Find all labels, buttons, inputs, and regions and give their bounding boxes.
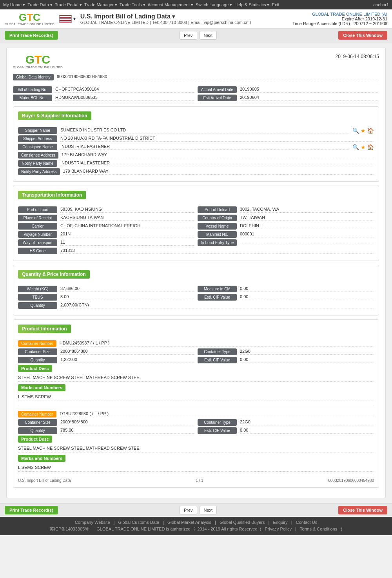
product-info-title-bar: Product Information <box>18 325 374 336</box>
port-row: Port of Load 58309, KAO HSIUNG Port of U… <box>18 206 374 213</box>
container-2-size-label: Container Size <box>18 419 57 426</box>
nav-switch-language[interactable]: Switch Language ▾ <box>196 2 232 7</box>
next-button-top[interactable]: Next <box>200 31 217 40</box>
buyer-supplier-section: Buyer & Supplier Information Shipper Nam… <box>13 106 379 182</box>
global-data-identity-value: 600320190606000454980 <box>57 74 379 80</box>
port-of-unload-value: 3002, TACOMA, WA <box>240 207 374 213</box>
close-button-top[interactable]: Close This Window <box>338 31 387 40</box>
container-1-qty-label: Quantity <box>18 357 57 363</box>
user-time-range: Time Range Accessible (LDR) : 200712 ~ 2… <box>292 21 387 26</box>
consignee-action-icons: 🔍 ★ 🏠 <box>352 144 374 150</box>
flag-area: ▾ <box>59 15 76 23</box>
voyage-left: Voyage Number 201N <box>18 231 194 238</box>
container-1-marks-btn[interactable]: Marks and Numbers <box>18 384 65 391</box>
port-of-unload-label: Port of Unload <box>198 206 237 213</box>
nav-my-home[interactable]: My Home ▾ <box>3 2 25 7</box>
next-button-bottom[interactable]: Next <box>200 506 217 514</box>
prev-button-top[interactable]: Prev <box>180 31 197 40</box>
footer-terms-conditions[interactable]: Terms & Conditions <box>300 527 337 531</box>
consignee-address-row: Consignee Address 179 BLANCHARD WAY <box>18 152 374 159</box>
container-1-qty-cif-row: Quantity 1,222.00 Esti. CIF Value 0.00 <box>18 357 374 363</box>
card-logo-label: GLOBAL TRADE ONLINE LIMITED <box>13 66 63 69</box>
master-bol-row: Mater BOL No. HDMUKAWB0836533 Esti Arriv… <box>13 95 379 101</box>
quantity-value: 2,007.00(CTN) <box>60 303 374 308</box>
footer-company-website[interactable]: Company Website <box>75 520 110 525</box>
container-2-size-value: 2000*806*800 <box>60 419 194 425</box>
weight-left: Weight (KG) 37,686.00 <box>18 286 194 292</box>
footer-global-customs[interactable]: Global Customs Data <box>118 520 160 525</box>
master-bol-right: Esti Arrival Date 20190604 <box>198 95 379 101</box>
country-of-origin-value: TW, TAIWAN <box>240 215 374 221</box>
manifest-no-label: Manifest No. <box>198 231 237 238</box>
container-2-marks-btn[interactable]: Marks and Numbers <box>18 455 65 462</box>
quantity-price-title-bar: Quantity & Price Information <box>18 270 374 282</box>
container-2-product-desc-btn[interactable]: Product Desc <box>18 436 52 443</box>
footer-contact[interactable]: Contact Us <box>296 520 317 525</box>
card-header: GTC GLOBAL TRADE ONLINE LIMITED 2019-06-… <box>13 54 379 69</box>
nav-trade-data[interactable]: Trade Data ▾ <box>27 2 53 7</box>
notify-party-address-row: Notify Party Address 179 BLANCHARD WAY <box>18 168 374 175</box>
shipper-name-value: SUMEEKO INDUSTRIES CO LTD <box>60 128 349 133</box>
nav-trade-tools[interactable]: Trade Tools ▾ <box>120 2 145 7</box>
footer-global-market[interactable]: Global Market Analysis <box>167 520 211 525</box>
container-1-qty-value: 1,222.00 <box>60 357 194 363</box>
record-footer-center: 1 / 1 <box>196 478 203 483</box>
shipper-star-icon[interactable]: ★ <box>361 128 366 134</box>
inbond-entry-label: In-bond Entry Type <box>198 239 237 246</box>
nav-exit[interactable]: Exit <box>272 2 279 7</box>
measure-value: 0.00 <box>240 286 374 292</box>
footer-enquiry[interactable]: Enquiry <box>273 520 287 525</box>
container-2: Container Number TGBU2328930 ( / L / PP … <box>18 411 374 472</box>
container-2-product-desc-value: STEEL MACHINE SCREW STEEL MATHREAD SCREW… <box>18 444 374 452</box>
container-2-qty-cif-row: Quantity 785.00 Esti. CIF Value 0.00 <box>18 427 374 434</box>
bol-left: Bill of Lading No. CHQFCTPCA9050184 <box>13 86 194 93</box>
action-bar-top: Print Trade Record(s) Prev Next Close Th… <box>0 29 392 42</box>
notify-party-address-value: 179 BLANCHARD WAY <box>63 169 374 175</box>
container-1-number-label: Container Number <box>18 340 56 347</box>
nav-buttons-top: Prev Next <box>179 31 218 40</box>
flag-dropdown[interactable]: ▾ <box>73 16 76 22</box>
nav-help-statistics[interactable]: Help & Statistics ▾ <box>234 2 269 7</box>
shipper-action-icons: 🔍 ★ 🏠 <box>352 128 374 134</box>
shipper-name-row: Shipper Name SUMEEKO INDUSTRIES CO LTD 🔍… <box>18 127 374 134</box>
print-button-bottom[interactable]: Print Trade Record(s) <box>5 506 58 514</box>
prev-button-bottom[interactable]: Prev <box>180 506 197 514</box>
page-title: U.S. Import Bill of Lading Data ▾ <box>80 13 288 20</box>
inbond-right: In-bond Entry Type <box>198 239 374 246</box>
shipper-home-icon[interactable]: 🏠 <box>367 128 374 134</box>
bol-value: CHQFCTPCA9050184 <box>55 87 194 93</box>
weight-label: Weight (KG) <box>18 286 57 292</box>
print-button-top[interactable]: Print Trade Record(s) <box>5 31 58 40</box>
container-2-cif-label: Esti. CIF Value <box>198 427 237 434</box>
container-1-size-label: Container Size <box>18 348 57 355</box>
consignee-home-icon[interactable]: 🏠 <box>367 144 374 150</box>
consignee-search-icon[interactable]: 🔍 <box>352 144 359 150</box>
footer-privacy-policy[interactable]: Privacy Policy <box>265 527 292 531</box>
nav-trade-manager[interactable]: Trade Manager ▾ <box>84 2 117 7</box>
consignee-name-row: Consignee Name INDUSTRIAL FASTENER 🔍 ★ 🏠 <box>18 144 374 150</box>
header-bar: GTC GLOBAL TRADE ONLINE LIMITED ▾ U.S. I… <box>0 9 392 29</box>
country-of-origin-label: Country of Origin <box>198 215 237 221</box>
container-2-cif-right: Esti. CIF Value 0.00 <box>198 427 374 434</box>
carrier-label: Carrier <box>18 223 57 230</box>
title-area: U.S. Import Bill of Lading Data ▾ GLOBAL… <box>80 13 288 25</box>
title-dropdown-icon[interactable]: ▾ <box>172 13 175 20</box>
weight-value: 37,686.00 <box>60 286 194 292</box>
logo-subtitle: GLOBAL TRADE ONLINE LIMITED <box>5 22 54 26</box>
bol-label: Bill of Lading No. <box>13 86 52 93</box>
transportation-section: Transportation Information Port of Load … <box>13 186 379 261</box>
quantity-row: Quantity 2,007.00(CTN) <box>18 302 374 309</box>
record-footer-right: 600320190606000454980 <box>328 478 374 483</box>
main-content: GTC GLOBAL TRADE ONLINE LIMITED 2019-06-… <box>0 42 392 503</box>
nav-trade-portal[interactable]: Trade Portal ▾ <box>55 2 82 7</box>
consignee-star-icon[interactable]: ★ <box>361 144 366 150</box>
global-data-identity-label: Global Data Identity <box>13 74 54 80</box>
container-1-product-desc-value: STEEL MACHINE SCREW STEEL MATHREAD SCREW… <box>18 374 374 382</box>
container-1-product-desc-btn[interactable]: Product Desc <box>18 365 52 372</box>
nav-user: anchor1 <box>373 2 389 7</box>
shipper-search-icon[interactable]: 🔍 <box>352 128 359 134</box>
place-receipt-left: Place of Receipt KAOHSIUNG TAIWAN <box>18 215 194 221</box>
footer-global-buyers[interactable]: Global Qualified Buyers <box>220 520 265 525</box>
nav-account-management[interactable]: Account Management ▾ <box>148 2 193 7</box>
close-button-bottom[interactable]: Close This Window <box>338 506 387 514</box>
